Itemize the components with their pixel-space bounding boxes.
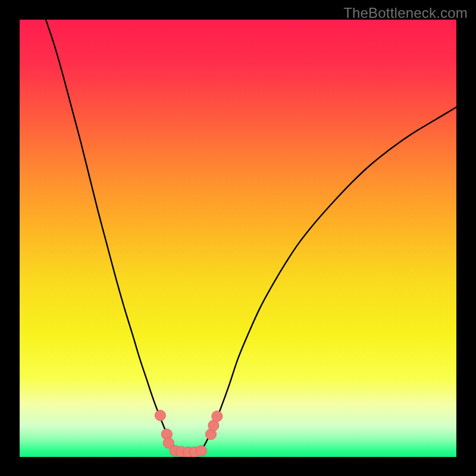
- curve-dot: [196, 446, 206, 456]
- chart-stage: TheBottleneck.com: [0, 0, 476, 476]
- curve-dot: [155, 410, 165, 421]
- chart-gradient-plot-area: [20, 20, 456, 457]
- bottleneck-chart: [0, 0, 476, 476]
- watermark-text: TheBottleneck.com: [343, 5, 468, 21]
- curve-dot: [212, 411, 223, 422]
